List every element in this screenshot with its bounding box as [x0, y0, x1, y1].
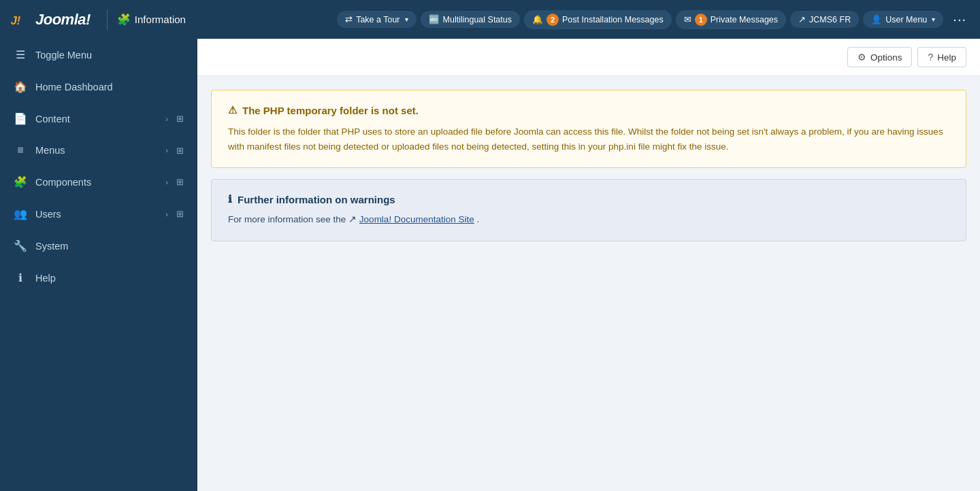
help-btn-icon: ? — [928, 52, 933, 63]
warning-icon: ⚠ — [228, 104, 237, 116]
svg-text:J!: J! — [10, 14, 20, 27]
more-options-button[interactable]: ··· — [947, 9, 972, 30]
menus-label: Menus — [35, 145, 157, 156]
toggle-menu-label: Toggle Menu — [35, 50, 184, 61]
sidebar-item-toggle-menu[interactable]: ☰ Toggle Menu — [0, 39, 197, 71]
sidebar-item-system[interactable]: 🔧 System — [0, 230, 197, 262]
external-link-icon: ↗ — [348, 214, 359, 224]
users-label: Users — [35, 209, 157, 220]
sidebar-item-components[interactable]: 🧩 Components › ⊞ — [0, 166, 197, 198]
sidebar-item-content[interactable]: 📄 Content › ⊞ — [0, 103, 197, 135]
tour-icon: ⇄ — [345, 14, 353, 24]
navbar-actions: ⇄ Take a Tour ▾ 🔤 Multilingual Status 🔔 … — [337, 9, 972, 30]
components-grid-icon: ⊞ — [176, 177, 184, 187]
take-a-tour-button[interactable]: ⇄ Take a Tour ▾ — [337, 11, 416, 28]
home-icon: 🏠 — [14, 80, 27, 93]
warning-body: This folder is the folder that PHP uses … — [228, 124, 949, 154]
user-icon: 👤 — [871, 14, 882, 24]
content-icon: 📄 — [14, 112, 27, 125]
external-link-icon: ↗ — [798, 14, 806, 24]
private-messages-badge: 1 — [695, 14, 707, 26]
sidebar-item-home-dashboard[interactable]: 🏠 Home Dashboard — [0, 71, 197, 103]
navbar-divider — [107, 10, 108, 30]
help-button[interactable]: ? Help — [917, 47, 966, 67]
warning-title: ⚠ The PHP temporary folder is not set. — [228, 104, 949, 116]
system-label: System — [35, 241, 184, 252]
menus-grid-icon: ⊞ — [176, 146, 184, 156]
menus-arrow-icon: › — [165, 146, 168, 154]
content-grid-icon: ⊞ — [176, 114, 184, 124]
private-messages-button[interactable]: ✉ 1 Private Messages — [676, 10, 786, 29]
post-install-badge: 2 — [546, 14, 559, 26]
sidebar-item-users[interactable]: 👥 Users › ⊞ — [0, 198, 197, 230]
users-arrow-icon: › — [165, 210, 168, 218]
multilingual-status-button[interactable]: 🔤 Multilingual Status — [421, 11, 520, 28]
notification-icon: 🔔 — [532, 14, 543, 24]
main-layout: ☰ Toggle Menu 🏠 Home Dashboard 📄 Content… — [0, 39, 980, 491]
options-button[interactable]: ⚙ Options — [847, 47, 913, 67]
mail-icon: ✉ — [684, 14, 691, 24]
system-icon: 🔧 — [14, 239, 27, 252]
content-area: ⚠ The PHP temporary folder is not set. T… — [197, 76, 980, 255]
home-dashboard-label: Home Dashboard — [35, 82, 184, 92]
info-body: For more information see the ↗ Joomla! D… — [228, 212, 949, 227]
puzzle-icon: 🧩 — [117, 13, 131, 26]
joomla-logo-icon: J! — [8, 8, 31, 31]
warning-card: ⚠ The PHP temporary folder is not set. T… — [211, 90, 966, 168]
components-arrow-icon: › — [165, 178, 168, 186]
brand-logo[interactable]: J! Joomla! — [8, 8, 91, 31]
menus-icon: ≡ — [14, 144, 27, 156]
jcms6-fr-button[interactable]: ↗ JCMS6 FR — [790, 11, 859, 28]
help-label: Help — [35, 273, 184, 284]
toggle-menu-icon: ☰ — [14, 48, 27, 61]
components-label: Components — [35, 177, 157, 188]
content-arrow-icon: › — [165, 115, 168, 123]
help-icon: ℹ — [14, 271, 27, 284]
sidebar: ☰ Toggle Menu 🏠 Home Dashboard 📄 Content… — [0, 39, 197, 491]
multilingual-icon: 🔤 — [429, 14, 440, 24]
toolbar: ⚙ Options ? Help — [197, 39, 980, 76]
main-content: ⚙ Options ? Help ⚠ The PHP temporary fol… — [197, 39, 980, 491]
sidebar-item-menus[interactable]: ≡ Menus › ⊞ — [0, 135, 197, 166]
user-menu-button[interactable]: 👤 User Menu ▾ — [863, 11, 943, 28]
documentation-link[interactable]: Joomla! Documentation Site — [359, 214, 474, 224]
user-menu-caret-icon: ▾ — [932, 16, 935, 23]
users-grid-icon: ⊞ — [176, 209, 184, 219]
top-navbar: J! Joomla! 🧩 Information ⇄ Take a Tour ▾… — [0, 0, 980, 39]
sidebar-item-help[interactable]: ℹ Help — [0, 262, 197, 294]
tour-caret-icon: ▾ — [405, 16, 408, 23]
info-card: ℹ Further information on warnings For mo… — [211, 179, 966, 241]
options-icon: ⚙ — [858, 52, 866, 63]
navbar-page-title: 🧩 Information — [117, 13, 186, 26]
info-icon: ℹ — [228, 193, 232, 205]
brand-name: Joomla! — [35, 11, 91, 29]
users-icon: 👥 — [14, 207, 27, 220]
components-icon: 🧩 — [14, 175, 27, 188]
info-title: ℹ Further information on warnings — [228, 193, 949, 205]
post-installation-messages-button[interactable]: 🔔 2 Post Installation Messages — [524, 10, 672, 29]
content-label: Content — [35, 114, 157, 124]
